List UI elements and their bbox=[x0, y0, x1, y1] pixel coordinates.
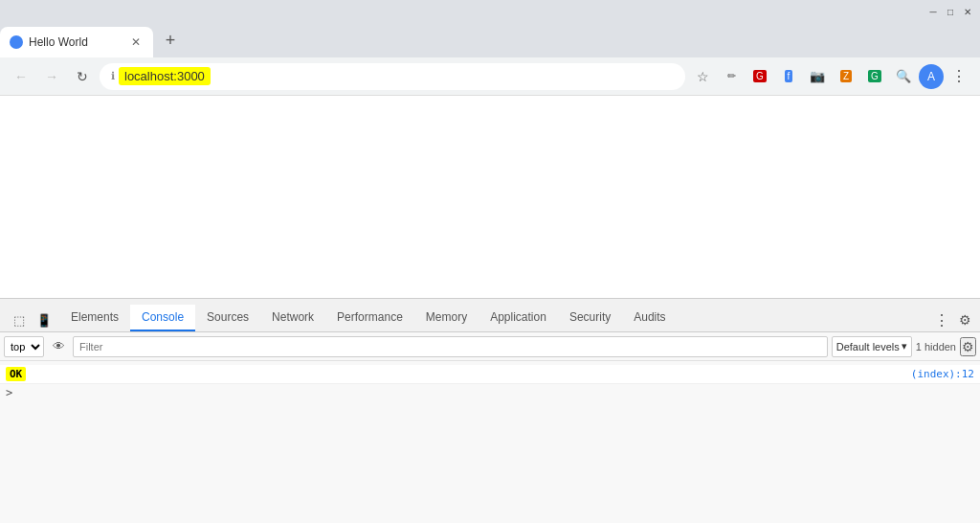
console-source-link[interactable]: (index):12 bbox=[911, 368, 974, 380]
tab-console[interactable]: Console bbox=[130, 305, 195, 331]
devtools-tab-bar: ⬚ 📱 Elements Console Sources Network Per… bbox=[0, 299, 980, 332]
console-levels-select[interactable]: Default levels ▾ bbox=[832, 336, 912, 357]
tab-bar: Hello World ✕ + bbox=[0, 23, 980, 57]
console-row: OK (index):12 bbox=[0, 365, 980, 384]
devtools-panel: ⬚ 📱 Elements Console Sources Network Per… bbox=[0, 298, 980, 523]
console-filter-input[interactable] bbox=[73, 336, 828, 357]
ext-red-button[interactable]: G bbox=[746, 63, 773, 90]
tab-performance[interactable]: Performance bbox=[325, 305, 414, 331]
search-button[interactable]: 🔍 bbox=[890, 63, 917, 90]
title-bar: ─ □ ✕ bbox=[0, 0, 980, 23]
tab-security[interactable]: Security bbox=[558, 305, 622, 331]
devtools-inspect-button[interactable]: ⬚ bbox=[8, 308, 31, 331]
forward-button[interactable]: → bbox=[38, 63, 65, 90]
ext-camera-button[interactable]: 📷 bbox=[804, 63, 831, 90]
reload-button[interactable]: ↻ bbox=[69, 63, 96, 90]
address-bar: ← → ↻ ℹ localhost:3000 ☆ ✏ G f 📷 Z G 🔍 A… bbox=[0, 57, 980, 96]
ok-badge: OK bbox=[6, 367, 26, 381]
ext-blue-button[interactable]: f bbox=[775, 63, 802, 90]
close-button[interactable]: ✕ bbox=[961, 5, 974, 18]
tab-elements[interactable]: Elements bbox=[59, 305, 130, 331]
devtools-left-icons: ⬚ 📱 bbox=[4, 308, 59, 331]
console-context-select[interactable]: top bbox=[4, 336, 44, 357]
console-gear-button[interactable]: ⚙ bbox=[960, 337, 976, 356]
tab-memory[interactable]: Memory bbox=[414, 305, 479, 331]
back-button[interactable]: ← bbox=[8, 63, 34, 90]
console-prompt: > bbox=[0, 384, 980, 401]
page-content bbox=[0, 96, 980, 255]
devtools-mobile-button[interactable]: 📱 bbox=[33, 308, 56, 331]
new-tab-button[interactable]: + bbox=[157, 27, 184, 54]
maximize-button[interactable]: □ bbox=[944, 5, 957, 18]
url-bar[interactable]: ℹ localhost:3000 bbox=[100, 63, 685, 90]
tab-network[interactable]: Network bbox=[260, 305, 325, 331]
tab-close-button[interactable]: ✕ bbox=[128, 34, 144, 50]
profile-avatar[interactable]: A bbox=[919, 64, 944, 89]
console-bar: top 👁 Default levels ▾ 1 hidden ⚙ bbox=[0, 332, 980, 361]
bookmark-button[interactable]: ☆ bbox=[689, 63, 716, 90]
devtools-more-button[interactable]: ⋮ bbox=[930, 308, 953, 331]
toolbar-icons: ☆ ✏ G f 📷 Z G 🔍 A ⋮ bbox=[689, 63, 972, 90]
browser-tab[interactable]: Hello World ✕ bbox=[0, 27, 153, 57]
tab-application[interactable]: Application bbox=[479, 305, 558, 331]
ext-orange-button[interactable]: Z bbox=[833, 63, 859, 90]
url-display: localhost:3000 bbox=[119, 67, 211, 85]
tab-sources[interactable]: Sources bbox=[195, 305, 260, 331]
minimize-button[interactable]: ─ bbox=[926, 5, 940, 18]
hidden-count: 1 hidden bbox=[916, 341, 956, 352]
more-button[interactable]: ⋮ bbox=[946, 63, 972, 90]
ext-edit-button[interactable]: ✏ bbox=[718, 63, 745, 90]
ext-green-button[interactable]: G bbox=[861, 63, 888, 90]
console-output: OK (index):12 > bbox=[0, 361, 980, 405]
devtools-settings-button[interactable]: ⚙ bbox=[953, 308, 976, 331]
prompt-icon: > bbox=[6, 386, 12, 399]
tab-audits[interactable]: Audits bbox=[622, 305, 677, 331]
tab-title: Hello World bbox=[29, 35, 122, 49]
tab-favicon bbox=[10, 35, 23, 49]
console-eye-button[interactable]: 👁 bbox=[48, 336, 69, 357]
